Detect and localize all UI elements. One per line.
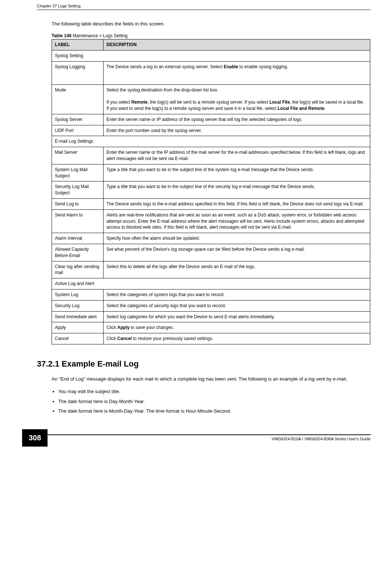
description-cell: Enter the port number used by the syslog… [104,125,370,136]
table-row: UDP PortEnter the port number used by th… [52,125,370,136]
bullet-list: You may edit the subject title.The date … [52,388,371,414]
table-row: System LogSelect the categories of syste… [52,289,370,300]
table-row: Security LogSelect the categories of sec… [52,300,370,311]
table-row: Security Log Mail SubjectType a title th… [52,181,370,199]
table-row: CancelClick Cancel to restore your previ… [52,333,370,344]
table-row: Syslog ServerEnter the server name or IP… [52,114,370,125]
table-row: ModeSelect the syslog destination from t… [52,84,370,114]
description-cell: Select the categories of security logs t… [104,300,370,311]
list-item: The date format here is Day-Month-Year. [58,398,371,405]
table-caption: Table 148 Maintenance > Logs Setting [52,33,371,38]
label-cell: Cancel [52,333,104,344]
description-cell: Set what percent of the Device's log sto… [104,244,370,261]
description-cell: Select this to delete all the logs after… [104,261,370,278]
page-number: 308 [22,429,48,447]
description-cell: The Device sends a log to an external sy… [104,61,370,84]
section-cell: Syslog Setting [52,50,370,61]
description-cell: Enter the server name or IP address of t… [104,114,370,125]
label-cell: UDP Port [52,125,104,136]
table-number: Table 148 [52,33,71,38]
description-cell: The Device sends logs to the e-mail addr… [104,198,370,209]
table-row: Send Alarm toAlerts are real-time notifi… [52,209,370,233]
label-cell: Security Log Mail Subject [52,181,104,199]
table-row: Syslog LoggingThe Device sends a log to … [52,61,370,84]
label-cell: Syslog Server [52,114,104,125]
table-row: Active Log and Alert [52,278,370,289]
table-row: Alarm IntervalSpecify how often the alar… [52,233,370,244]
table-row: E-mail Log Settings [52,136,370,147]
description-cell: Alerts are real-time notifications that … [104,209,370,233]
description-cell: Click Apply to save your changes. [104,322,370,333]
label-cell: System Log [52,289,104,300]
label-cell: Send Alarm to [52,209,104,233]
table-row: Mail ServerEnter the server name or the … [52,147,370,164]
label-cell: Mode [52,84,104,114]
description-cell: Enter the server name or the IP address … [104,147,370,164]
description-cell: Select log categories for which you want… [104,311,370,322]
label-cell: Mail Server [52,147,104,164]
section-body: An "End of Log" message displays for eac… [52,375,371,383]
description-cell: Click Cancel to restore your previously … [104,333,370,344]
label-cell: Send Log to [52,198,104,209]
page-footer: 308 VMG8324-B10A / VMG8324-B30A Series U… [37,429,371,447]
section-heading: 37.2.1 Example E-mail Log [37,359,371,369]
col-header-desc: DESCRIPTION [104,39,370,51]
intro-paragraph: The following table describes the fields… [52,21,371,27]
label-cell: Alarm Interval [52,233,104,244]
table-row: Send Log toThe Device sends logs to the … [52,198,370,209]
table-row: ApplyClick Apply to save your changes. [52,322,370,333]
label-cell: Syslog Logging [52,61,104,84]
table-row: Allowed Capacity Before EmailSet what pe… [52,244,370,261]
label-cell: Allowed Capacity Before Email [52,244,104,261]
table-row: Send immediate alertSelect log categorie… [52,311,370,322]
table-row: Syslog Setting [52,50,370,61]
description-cell: Type a title that you want to be in the … [104,164,370,181]
col-header-label: LABEL [52,39,104,51]
footer-text: VMG8324-B10A / VMG8324-B30A Series User'… [48,437,371,441]
fields-table: LABEL DESCRIPTION Syslog SettingSyslog L… [52,39,370,344]
section-cell: E-mail Log Settings [52,136,370,147]
table-row: System Log Mail SubjectType a title that… [52,164,370,181]
label-cell: System Log Mail Subject [52,164,104,181]
description-cell: Type a title that you want to be in the … [104,181,370,199]
description-cell: Select the categories of system logs tha… [104,289,370,300]
label-cell: Clear log after sending mail [52,261,104,278]
description-cell: Specify how often the alarm should be up… [104,233,370,244]
section-cell: Active Log and Alert [52,278,370,289]
list-item: You may edit the subject title. [58,388,371,395]
label-cell: Apply [52,322,104,333]
running-header: Chapter 37 Logs Setting [37,4,371,8]
table-title: Maintenance > Logs Setting [71,33,127,38]
description-cell: Select the syslog destination from the d… [104,84,370,114]
header-rule [37,10,371,10]
table-row: Clear log after sending mailSelect this … [52,261,370,278]
label-cell: Send immediate alert [52,311,104,322]
table-header-row: LABEL DESCRIPTION [52,39,370,51]
label-cell: Security Log [52,300,104,311]
list-item: The date format here is Month-Day-Year. … [58,408,371,414]
